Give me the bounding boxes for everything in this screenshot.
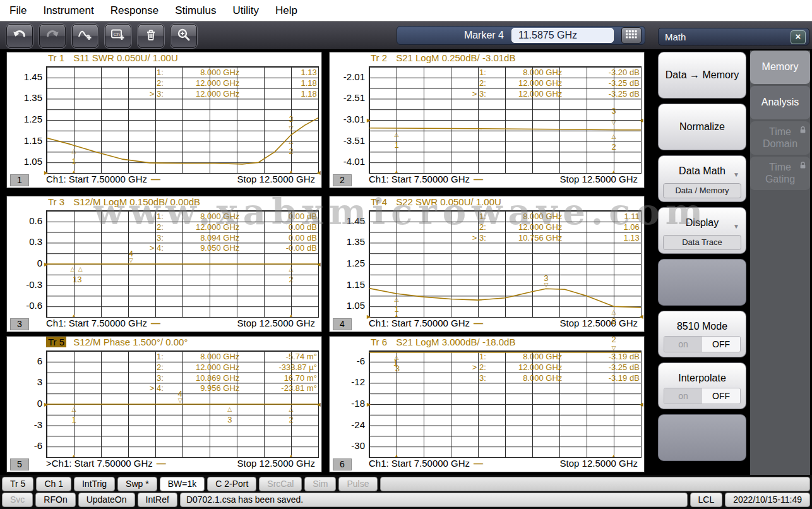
status-updateon[interactable]: UpdateOn [78,493,135,507]
plot-panel-3[interactable]: Tr 3S12/M LogM 0.150dB/ 0.00dB0.60.30-0.… [6,196,322,332]
on-off-toggle[interactable]: onOFF [664,336,741,352]
channel-number: 1 [10,174,29,186]
dropdown-selected-value[interactable]: Data / Memory [663,183,741,198]
dropdown-selected-value[interactable]: Data Trace [663,235,741,250]
status-ch-1[interactable]: Ch 1 [36,477,71,491]
stimulus-start-label: Ch1: Start 7.50000 GHz— [369,174,483,184]
reference-level-arrow: ◀ [640,402,643,407]
trace-format-label: S21 LogM 3.000dB/ -18.0dB [396,337,515,347]
plot-panel-2[interactable]: Tr 2S21 LogM 0.250dB/ -3.01dB-2.01-2.51-… [329,52,645,188]
8510-mode-button[interactable]: 8510 ModeonOFF [658,311,746,357]
marker-readout: 3:10.869 GHz16.70 m° [47,373,318,384]
marker-symbol: ▽ [289,125,294,131]
data-memory-button[interactable]: Data → Memory [658,52,746,99]
reference-level-arrow: ▶ [367,117,371,123]
status-c-2-port[interactable]: C 2-Port [207,477,256,491]
interpolate-button[interactable]: InterpolateonOFF [658,362,746,409]
zoom-button[interactable] [170,24,197,48]
marker-readout: > 4:9.050 GHz-0.00 dB [47,243,318,254]
marker-symbol: 2 [611,316,616,325]
marker-symbol: ▲ [72,313,76,318]
display-button[interactable]: Display▼Data Trace [658,207,746,254]
close-icon: × [796,31,801,42]
status-srccal: SrcCal [259,477,302,491]
status-intref[interactable]: IntRef [138,493,177,507]
y-axis-label: 1.45 [8,71,42,82]
stimulus-stop-label: Stop 12.5000 GHz [560,318,638,328]
math-tabs: MemoryAnalysisTime DomainTime Gating [750,51,810,477]
add-channel-button[interactable]: Ch [105,24,131,48]
marker-readout: 2:12.000 GHz-333.87 µ° [47,362,318,373]
plot-panel-4[interactable]: Tr 4S22 SWR 0.050U/ 1.00U1.451.351.251.1… [329,196,645,332]
y-axis-label: 1.35 [8,92,42,103]
undo-button[interactable] [6,24,33,48]
normalize-button[interactable]: Normalize [658,104,746,150]
keypad-button[interactable] [621,27,642,44]
toolbar-buttons: Ch [6,24,197,48]
status-swp[interactable]: Swp * [117,477,157,491]
marker-symbol: ▲ [72,453,76,458]
y-axis-label: 1.35 [331,236,365,247]
data-math-button[interactable]: Data Math▼Data / Memory [658,155,746,202]
menu-utility[interactable]: Utility [228,4,263,17]
reference-level-arrow: ▶ [367,314,371,320]
plot-grid: 1:8.000 GHz-3.19 dB> 2:12.000 GHz-3.25 d… [369,350,642,458]
stimulus-start-label: Ch1: Start 7.50000 GHz— [46,174,160,184]
trace-format-label: S11 SWR 0.050U/ 1.00U [73,52,178,63]
plot-panel-6[interactable]: Tr 6S21 LogM 3.000dB/ -18.0dB-6-12-18-24… [329,336,645,472]
menu-help[interactable]: Help [271,4,302,17]
marker-value-input[interactable]: 11.5875 GHz [511,28,614,43]
reference-level-arrow: ◀ [640,314,643,320]
status-rfon[interactable]: RFOn [35,493,75,507]
plot-panel-1[interactable]: Tr 1S11 SWR 0.050U/ 1.00U1.451.351.251.1… [6,52,322,188]
marker-readout: 2:12.000 GHz1.18 [47,78,318,89]
marker-readout: 1:8.000 GHz1.11 [369,212,641,222]
y-axis-label: 0 [8,398,42,409]
y-axis-label: 0.6 [8,215,42,226]
trace-color-dash: — [151,318,160,328]
status-sim: Sim [304,477,336,491]
channel-number: 2 [333,174,352,186]
menu-file[interactable]: File [5,4,31,17]
delete-button[interactable] [138,24,164,48]
y-axis-label: -12 [331,376,365,387]
menu-bar: FileInstrumentResponseStimulusUtilityHel… [0,0,812,21]
trace-number-label: Tr 4 [369,196,389,207]
math-panel-title: Math [665,32,686,42]
marker-symbol: ▽ [612,345,616,350]
marker-symbol: 1 [71,157,76,165]
trace-color-dash: — [474,318,483,328]
marker-symbol: ▽ [178,397,182,403]
close-button[interactable]: × [791,30,806,44]
marker-symbol: ▲ [612,169,616,174]
toggle-on-label: on [664,388,702,404]
marker-symbol: △ [289,266,294,272]
marker-symbol: ▲ [289,453,294,458]
on-off-toggle[interactable]: onOFF [664,388,741,404]
toggle-off-label: OFF [702,388,740,404]
menu-stimulus[interactable]: Stimulus [170,4,220,17]
redo-button [39,24,66,48]
marker-symbol: ▲ [612,453,616,458]
add-trace-button[interactable] [72,24,99,48]
tab-analysis[interactable]: Analysis [750,86,810,119]
status-inttrig[interactable]: IntTrig [74,477,115,491]
marker-symbol: ▽ [612,120,616,126]
tab-memory[interactable]: Memory [750,51,810,84]
trace-format-label: S12/M Phase 1.500°/ 0.00° [73,337,188,347]
status-bw-1k[interactable]: BW=1k [160,477,205,491]
status-message: D0702.1.csa has been saved. [180,493,688,507]
reference-level-arrow: ◀ [317,261,321,267]
stimulus-start-label: Ch1: Start 7.50000 GHz— [369,458,483,469]
menu-response[interactable]: Response [106,4,164,17]
plot-panel-5[interactable]: Tr 5S12/M Phase 1.500°/ 0.00°630-3-61:8.… [6,336,322,472]
menu-instrument[interactable]: Instrument [39,4,98,17]
status-tr-5[interactable]: Tr 5 [2,477,33,491]
reference-level-arrow: ▶ [44,170,48,176]
lcl-indicator[interactable]: LCL [690,493,723,507]
trace-color-dash: — [157,458,166,469]
trace-title: Tr 5S12/M Phase 1.500°/ 0.00° [46,337,188,350]
marker-symbol: △ [78,266,83,272]
y-axis-label: 1.05 [331,300,365,311]
y-axis-label: 6 [8,356,42,366]
